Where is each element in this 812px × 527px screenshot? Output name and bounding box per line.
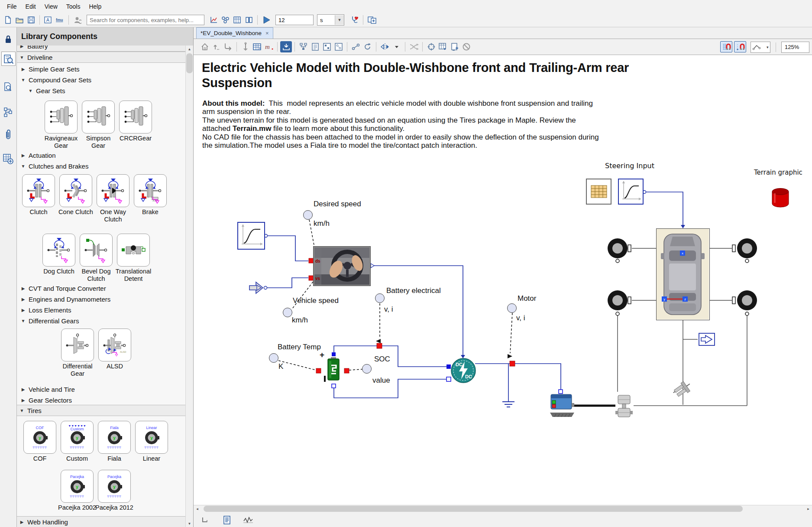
import-component-icon[interactable] <box>280 41 292 52</box>
zoom-input[interactable]: 125% <box>781 42 809 53</box>
document-view-icon[interactable] <box>221 514 233 526</box>
library-category-clutches-and-brakes[interactable]: ▼Clutches and Brakes <box>17 162 186 171</box>
component-bevel-dog-clutch[interactable]: Bevel Dog Clutch <box>78 234 115 282</box>
tab-ev-double-wishbone[interactable]: *EV_Double_Wishbone × <box>196 27 273 39</box>
library-category-differential-gears[interactable]: ▼Differential Gears <box>17 316 186 325</box>
canvas-h-scrollbar[interactable]: ◂ ▸ <box>194 505 812 513</box>
maple-worksheet-icon[interactable]: m <box>263 41 275 52</box>
probe-motor[interactable] <box>507 303 517 313</box>
open-document-icon[interactable] <box>13 14 25 26</box>
library-section-web-handling[interactable]: ▶Web Handling <box>17 516 186 527</box>
connection-manager-icon[interactable] <box>350 41 362 52</box>
parameter-table-icon[interactable]: # <box>251 41 263 52</box>
steering-ramp-block[interactable] <box>618 179 644 205</box>
annotation-editor-icon[interactable] <box>309 41 321 52</box>
fmu-icon[interactable]: fmu <box>54 14 66 26</box>
scroll-right-icon[interactable]: ▸ <box>805 505 812 512</box>
attachments-icon[interactable] <box>1 128 15 141</box>
tab-close-icon[interactable]: × <box>265 30 269 36</box>
line-style-picker[interactable]: ▾ <box>751 42 770 53</box>
connections-icon[interactable] <box>220 14 231 26</box>
menu-file[interactable]: File <box>3 1 21 12</box>
refresh-layout-icon[interactable] <box>362 41 373 52</box>
scrollbar-thumb[interactable] <box>186 53 193 73</box>
multibody-view-icon[interactable] <box>1 152 15 166</box>
component-differential-gear[interactable]: Differential Gear <box>59 329 96 377</box>
probe-battery-temp[interactable] <box>269 353 278 363</box>
library-category-actuation[interactable]: ▶Actuation <box>17 151 186 160</box>
probe-desired-speed[interactable] <box>303 210 313 220</box>
component-custom[interactable]: ▼▼▼▼▼▼Customy▿▿▿▿▿▿Custom <box>58 421 96 462</box>
lock-icon[interactable] <box>1 33 15 46</box>
component-palette-icon[interactable] <box>333 41 344 52</box>
library-category-simple-gear-sets[interactable]: ▶Simple Gear Sets <box>17 65 186 74</box>
snap-grid-magnet-icon[interactable] <box>720 41 732 52</box>
snap-guide-magnet-icon[interactable] <box>734 41 746 52</box>
component-pacejka-2002[interactable]: Pacejkay▿▿▿▿▿▿Pacejka 2002 <box>58 470 96 511</box>
menu-help[interactable]: Help <box>84 1 106 12</box>
motor-block[interactable] <box>550 393 574 417</box>
library-section-tires[interactable]: ▼Tires <box>17 405 186 416</box>
component-one-way-clutch[interactable]: One Way Clutch <box>94 174 132 223</box>
output-signal-block[interactable] <box>699 333 715 346</box>
file-search-icon[interactable] <box>1 80 15 94</box>
component-linear[interactable]: Lineary▿▿▿▿▿▿Linear <box>133 421 170 462</box>
library-browser-icon[interactable] <box>1 52 16 66</box>
probe-soc[interactable] <box>362 364 372 374</box>
h-scrollbar-thumb[interactable] <box>204 506 743 512</box>
save-document-icon[interactable] <box>25 14 37 26</box>
scroll-down-icon[interactable]: ▼ <box>186 520 193 527</box>
text-annotation-icon[interactable]: A <box>42 14 54 26</box>
navigate-into-icon[interactable] <box>222 41 234 52</box>
library-category-cvt-and-torque-converter[interactable]: ▶CVT and Torque Converter <box>17 284 186 293</box>
library-category-engines-and-dynamometers[interactable]: ▶Engines and Dynamometers <box>17 295 186 304</box>
scroll-left-icon[interactable]: ◂ <box>194 505 201 512</box>
scroll-up-icon[interactable]: ▲ <box>186 46 193 53</box>
probe-console-icon[interactable] <box>349 14 360 26</box>
battery-block[interactable] <box>327 357 340 381</box>
disable-block-icon[interactable] <box>460 41 472 52</box>
search-input[interactable] <box>87 15 204 25</box>
menu-edit[interactable]: Edit <box>21 1 40 12</box>
sim-duration-input[interactable] <box>275 15 314 25</box>
run-simulation-icon[interactable] <box>260 14 272 26</box>
model-canvas[interactable]: Electric Vehicle Model with Double-Wishb… <box>194 55 809 505</box>
menu-view[interactable]: View <box>40 1 62 12</box>
component-pacejka-2012[interactable]: Pacejkay▿▿▿▿▿▿Pacejka 2012 <box>96 470 133 511</box>
component-fiala[interactable]: Fialay▿▿▿▿▿▿Fiala <box>96 421 133 462</box>
new-document-icon[interactable] <box>2 14 13 26</box>
lookup-table-block[interactable] <box>586 179 611 205</box>
focus-target-icon[interactable] <box>425 41 437 52</box>
gearbox-block[interactable] <box>615 393 634 420</box>
probe-battery-electrical[interactable] <box>375 293 385 303</box>
corner-select-icon[interactable] <box>200 514 211 526</box>
signal-plot-icon[interactable] <box>242 514 254 526</box>
terrain-graphic-block[interactable] <box>771 187 790 208</box>
new-window-icon[interactable] <box>366 14 378 26</box>
parameter-grid-icon[interactable] <box>231 14 243 26</box>
layout-manager-icon[interactable] <box>321 41 333 52</box>
user-account-icon[interactable] <box>71 14 83 26</box>
time-unit-select[interactable]: s▼ <box>317 14 344 26</box>
component-cone-clutch[interactable]: Cone Clutch <box>57 174 94 223</box>
model-tree-icon[interactable] <box>298 41 309 52</box>
reroute-connections-icon[interactable] <box>408 41 420 52</box>
component-alsd[interactable]: ALSDALSD <box>96 329 133 377</box>
add-document-icon[interactable] <box>449 41 460 52</box>
component-simpson-gear[interactable]: Simpson Gear <box>80 101 117 149</box>
component-clutch[interactable]: Clutch <box>20 174 57 223</box>
model-hierarchy-icon[interactable] <box>1 105 15 119</box>
dcdc-converter-block[interactable] <box>450 358 476 384</box>
chassis-block[interactable]: xyz <box>656 228 710 320</box>
component-brake[interactable]: Brake <box>132 174 169 223</box>
menu-tools[interactable]: Tools <box>62 1 85 12</box>
component-dog-clutch[interactable]: Dog Clutch <box>40 234 78 282</box>
library-category-gear-sets[interactable]: ▼Gear Sets <box>17 86 186 95</box>
library-category-vehicle-and-tire[interactable]: ▶Vehicle and Tire <box>17 385 186 394</box>
home-icon[interactable] <box>199 41 210 52</box>
bevel-gear-block[interactable] <box>673 379 693 399</box>
library-category-compound-gear-sets[interactable]: ▼Compound Gear Sets <box>17 75 186 85</box>
library-section-battery[interactable]: ▶Battery <box>17 46 186 52</box>
component-crcrgear[interactable]: CRCRGear <box>117 101 154 149</box>
plot-chart-icon[interactable] <box>208 14 220 26</box>
